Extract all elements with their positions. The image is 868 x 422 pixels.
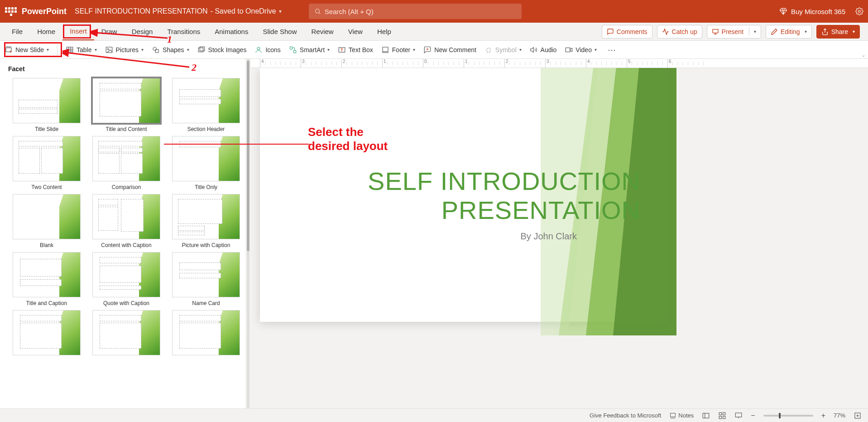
tab-insert[interactable]: Insert: [62, 23, 94, 40]
tab-animations[interactable]: Animations: [207, 23, 255, 40]
text-box-button[interactable]: Text Box: [338, 46, 373, 54]
layout-label: Quote with Caption: [103, 300, 149, 307]
svg-rect-27: [566, 48, 571, 52]
svg-rect-22: [293, 50, 296, 53]
buy-microsoft-365[interactable]: Buy Microsoft 365: [779, 7, 845, 15]
pictures-button[interactable]: Pictures ▾: [105, 46, 144, 54]
search-input[interactable]: [325, 8, 516, 15]
view-sorter-icon[interactable]: [718, 412, 726, 420]
comments-button[interactable]: Comments: [602, 25, 652, 39]
layout-option[interactable]: Picture with Caption: [168, 194, 245, 249]
collapse-ribbon-icon[interactable]: ⌄: [862, 53, 865, 58]
slide-subtitle[interactable]: By John Clark: [521, 231, 577, 242]
audio-icon: [530, 46, 538, 54]
layout-option[interactable]: Title and Content: [88, 78, 165, 133]
tab-help[interactable]: Help: [370, 23, 398, 40]
present-split[interactable]: ▾: [749, 28, 756, 36]
zoom-level[interactable]: 77%: [834, 412, 845, 419]
layout-label: Two Content: [31, 184, 62, 191]
layout-option[interactable]: Title Only: [168, 136, 245, 191]
new-comment-button[interactable]: New Comment: [423, 46, 476, 54]
editing-label: Editing: [781, 28, 800, 35]
svg-point-2: [858, 10, 861, 13]
diamond-icon: [779, 7, 787, 15]
shapes-button[interactable]: Shapes ▾: [152, 46, 189, 54]
view-normal-icon[interactable]: [702, 412, 710, 420]
zoom-in-button[interactable]: +: [821, 412, 825, 420]
gallery-scrollbar[interactable]: [245, 59, 251, 408]
pulse-icon: [662, 28, 669, 35]
layout-option[interactable]: Comparison: [88, 136, 165, 191]
smartart-button[interactable]: SmartArt ▾: [289, 46, 330, 54]
ribbon-insert: New Slide ▾ Table ▾ Pictures ▾ Shapes ▾ …: [0, 41, 868, 59]
chevron-down-icon: ▾: [853, 29, 855, 34]
layout-option[interactable]: Name Card: [168, 252, 245, 307]
chevron-down-icon: ▾: [595, 47, 597, 52]
chevron-down-icon: ▾: [47, 47, 49, 52]
catchup-button[interactable]: Catch up: [657, 25, 702, 39]
layout-option[interactable]: Section Header: [168, 78, 245, 133]
comment-icon: [607, 28, 614, 35]
layout-gallery: Facet Title SlideTitle and ContentSectio…: [0, 59, 245, 408]
slide-title-line2: PRESENTATION: [303, 196, 640, 225]
tab-review[interactable]: Review: [304, 23, 340, 40]
tab-slideshow[interactable]: Slide Show: [255, 23, 304, 40]
video-label: Video: [575, 46, 592, 53]
slide[interactable]: SELF INTRODUCTION PRESENTATION By John C…: [260, 68, 667, 322]
buy-label: Buy Microsoft 365: [791, 8, 845, 15]
layout-label: Section Header: [187, 126, 225, 133]
notes-label: Notes: [678, 412, 694, 419]
shapes-icon: [152, 46, 160, 54]
chevron-down-icon: ▾: [805, 29, 807, 34]
tab-home[interactable]: Home: [30, 23, 62, 40]
tab-file[interactable]: File: [5, 23, 30, 40]
document-title[interactable]: SELF INTRODUCTION PRESENTATION - Saved t…: [75, 7, 282, 15]
layout-option[interactable]: Blank: [8, 194, 85, 249]
new-slide-button[interactable]: New Slide ▾: [5, 46, 49, 54]
feedback-link[interactable]: Give Feedback to Microsoft: [590, 412, 661, 419]
icons-button[interactable]: Icons: [254, 46, 280, 54]
audio-button[interactable]: Audio: [530, 46, 557, 54]
layout-option[interactable]: Two Content: [8, 136, 85, 191]
tab-view[interactable]: View: [341, 23, 370, 40]
layout-option[interactable]: [168, 310, 245, 365]
ribbon-overflow[interactable]: ⋯: [608, 45, 617, 55]
document-saved-loc: - Saved to OneDrive: [211, 7, 276, 15]
view-reading-icon[interactable]: [734, 412, 743, 420]
footer-button[interactable]: Footer ▾: [381, 46, 415, 54]
layout-option[interactable]: Title Slide: [8, 78, 85, 133]
chevron-down-icon: ▾: [413, 47, 415, 52]
chevron-down-icon: ▾: [327, 47, 330, 52]
symbol-button: Symbol ▾: [484, 46, 522, 54]
symbol-label: Symbol: [495, 46, 517, 53]
video-button[interactable]: Video ▾: [565, 46, 597, 54]
tab-draw[interactable]: Draw: [94, 23, 125, 40]
svg-rect-14: [106, 47, 112, 53]
layout-option[interactable]: [88, 310, 165, 365]
layout-option[interactable]: [8, 310, 85, 365]
table-button[interactable]: Table ▾: [66, 46, 96, 54]
zoom-slider[interactable]: [763, 415, 813, 417]
new-slide-label: New Slide: [15, 46, 44, 53]
gear-icon[interactable]: [855, 7, 863, 15]
symbol-icon: [484, 46, 493, 54]
slide-stage[interactable]: SELF INTRODUCTION PRESENTATION By John C…: [251, 68, 868, 408]
chevron-down-icon: ▾: [519, 47, 522, 52]
svg-point-16: [153, 47, 157, 51]
layout-option[interactable]: Content with Caption: [88, 194, 165, 249]
search-box[interactable]: [309, 4, 522, 19]
fit-to-window-icon[interactable]: [854, 412, 862, 420]
notes-button[interactable]: Notes: [669, 412, 694, 419]
stock-images-button[interactable]: Stock Images: [197, 46, 247, 54]
layout-option[interactable]: Title and Caption: [8, 252, 85, 307]
audio-label: Audio: [541, 46, 557, 53]
present-button[interactable]: Present ▾: [707, 25, 761, 39]
zoom-out-button[interactable]: −: [751, 412, 755, 420]
tab-design[interactable]: Design: [125, 23, 160, 40]
app-launcher-icon[interactable]: [5, 5, 17, 18]
share-button[interactable]: Share ▾: [816, 25, 860, 39]
layout-option[interactable]: Quote with Caption: [88, 252, 165, 307]
slide-title[interactable]: SELF INTRODUCTION PRESENTATION: [303, 167, 640, 225]
editing-mode-button[interactable]: Editing ▾: [766, 25, 812, 39]
annotation-select-l2: desired layout: [308, 139, 388, 153]
